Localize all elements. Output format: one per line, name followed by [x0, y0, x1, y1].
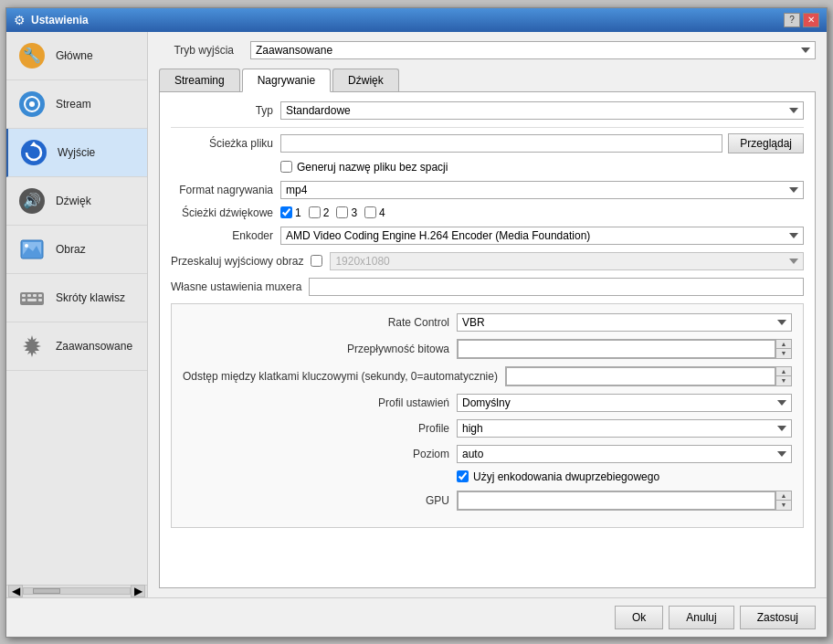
keyframe-control: 0 ▲ ▼ — [505, 366, 792, 386]
bitrate-spinbox: 2500 ▲ ▼ — [457, 339, 792, 359]
bitrate-row: Przepływność bitowa 2500 ▲ ▼ — [183, 339, 792, 359]
sidebar-item-stream[interactable]: Stream — [6, 80, 147, 129]
window-icon: ⚙ — [14, 13, 26, 27]
ok-button[interactable]: Ok — [615, 606, 663, 629]
track-3-checkbox[interactable] — [336, 206, 348, 218]
track-4-label[interactable]: 4 — [364, 206, 385, 219]
cancel-button[interactable]: Anuluj — [669, 606, 733, 629]
sidebar-label-obraz: Obraz — [56, 243, 86, 256]
keyframe-spinbox-buttons: ▲ ▼ — [775, 367, 791, 385]
bitrate-up-button[interactable]: ▲ — [776, 340, 791, 350]
svg-text:🔧: 🔧 — [23, 47, 41, 64]
scroll-right-btn[interactable]: ▶ — [131, 585, 145, 597]
track-1-label[interactable]: 1 — [280, 206, 301, 219]
encoder-settings-box: Rate Control VBR Przepływność bitowa 2 — [171, 303, 804, 528]
scroll-thumb[interactable] — [33, 588, 60, 594]
rescale-group: 1920x1080 — [311, 252, 804, 270]
track-3-label[interactable]: 3 — [336, 206, 357, 219]
track-4-checkbox[interactable] — [364, 206, 376, 218]
tab-streaming[interactable]: Streaming — [159, 69, 240, 91]
sidebar-scrollbar[interactable]: ◀ ▶ — [6, 585, 147, 597]
sidebar-item-skroty[interactable]: Skróty klawisz — [6, 274, 147, 322]
output-mode-select[interactable]: Zaawansowane — [250, 41, 816, 59]
tab-nagrywanie[interactable]: Nagrywanie — [242, 69, 331, 92]
muxer-input[interactable] — [309, 278, 804, 296]
sidebar-item-obraz[interactable]: Obraz — [6, 226, 147, 274]
track-1-checkbox[interactable] — [280, 206, 292, 218]
path-label: Ścieżka pliku — [171, 137, 280, 150]
svg-rect-18 — [38, 294, 42, 297]
bitrate-input[interactable]: 2500 — [458, 340, 775, 358]
rescale-row: Przeskaluj wyjściowy obraz 1920x1080 — [171, 252, 804, 270]
keyframe-input[interactable]: 0 — [506, 367, 775, 385]
window-title: Ustawienia — [31, 14, 89, 26]
path-input[interactable]: H:\Videos — [280, 134, 722, 153]
audio-tracks-row: Ścieżki dźwiękowe 1 2 — [171, 206, 804, 219]
sidebar-item-zaawansowane[interactable]: Zaawansowane — [6, 322, 147, 371]
encoder-select[interactable]: AMD Video Coding Engine H.264 Encoder (M… — [280, 227, 804, 245]
sidebar-item-wyjscie[interactable]: Wyjście — [6, 129, 147, 177]
keyframe-label: Odstęp między klatkami kluczowymi (sekun… — [183, 370, 505, 383]
no-space-checkbox[interactable] — [280, 161, 292, 173]
profile-settings-label: Profil ustawień — [183, 396, 457, 409]
rate-control-label: Rate Control — [183, 316, 457, 329]
stream-icon — [16, 88, 48, 121]
svg-rect-15 — [22, 294, 26, 297]
level-control: auto — [457, 445, 792, 463]
profile-settings-select[interactable]: Domyślny — [457, 394, 792, 412]
sidebar-item-glowne[interactable]: 🔧 Główne — [6, 32, 147, 80]
gpu-label: GPU — [183, 494, 457, 507]
keyboard-icon — [16, 281, 48, 314]
sidebar-label-stream: Stream — [56, 98, 91, 111]
titlebar: ⚙ Ustawienia ? ✕ — [6, 8, 827, 32]
no-space-label[interactable]: Generuj nazwę pliku bez spacji — [280, 161, 804, 174]
apply-button[interactable]: Zastosuj — [740, 606, 816, 629]
svg-rect-17 — [33, 294, 37, 297]
two-pass-control: Użyj enkodowania dwuprzebiegowego — [457, 470, 792, 483]
track-2-label[interactable]: 2 — [309, 206, 330, 219]
track-2-checkbox[interactable] — [309, 206, 321, 218]
type-select[interactable]: Standardowe — [280, 101, 804, 120]
bitrate-down-button[interactable]: ▼ — [776, 349, 791, 358]
gpu-down-button[interactable]: ▼ — [776, 501, 791, 510]
gpu-input[interactable]: 0 — [458, 491, 775, 510]
browse-button[interactable]: Przeglądaj — [728, 133, 804, 153]
keyframe-up-button[interactable]: ▲ — [776, 367, 791, 377]
svg-rect-16 — [27, 294, 31, 297]
audio-tracks-control: 1 2 3 4 — [280, 206, 804, 219]
main-content: Tryb wyjścia Zaawansowane Streaming Nagr… — [148, 32, 827, 597]
format-row: Format nagrywania mp4 — [171, 181, 804, 199]
house-icon: 🔧 — [16, 39, 48, 72]
close-button[interactable]: ✕ — [803, 13, 819, 27]
encoder-row: Enkoder AMD Video Coding Engine H.264 En… — [171, 227, 804, 245]
scroll-track[interactable] — [23, 587, 131, 595]
rate-control-select-wrap: VBR — [457, 313, 792, 332]
two-pass-checkbox[interactable] — [457, 470, 469, 482]
rescale-resolution-select[interactable]: 1920x1080 — [330, 252, 804, 270]
two-pass-label[interactable]: Użyj enkodowania dwuprzebiegowego — [457, 470, 792, 483]
encoder-label: Enkoder — [171, 229, 280, 242]
bitrate-control: 2500 ▲ ▼ — [457, 339, 792, 359]
content-area: 🔧 Główne Stream — [6, 32, 827, 597]
titlebar-left: ⚙ Ustawienia — [14, 13, 89, 27]
path-control: H:\Videos Przeglądaj — [280, 133, 804, 153]
format-select[interactable]: mp4 — [280, 181, 804, 199]
output-mode-label: Tryb wyjścia — [159, 44, 241, 57]
level-select[interactable]: auto — [457, 445, 792, 463]
sidebar-label-dzwiek: Dźwięk — [56, 195, 91, 207]
encoder-control: AMD Video Coding Engine H.264 Encoder (M… — [280, 227, 804, 245]
gpu-control: 0 ▲ ▼ — [457, 491, 792, 511]
profile-select[interactable]: high main baseline — [457, 419, 792, 438]
rescale-checkbox[interactable] — [311, 255, 322, 267]
scroll-left-btn[interactable]: ◀ — [8, 585, 23, 597]
tabs-container: Streaming Nagrywanie Dźwięk — [159, 69, 816, 92]
svg-text:🔊: 🔊 — [23, 192, 41, 209]
tab-dzwiek[interactable]: Dźwięk — [332, 69, 399, 91]
keyframe-down-button[interactable]: ▼ — [776, 376, 791, 385]
help-button[interactable]: ? — [784, 13, 800, 27]
gpu-up-button[interactable]: ▲ — [776, 491, 791, 501]
sidebar-item-dzwiek[interactable]: 🔊 Dźwięk — [6, 177, 147, 226]
gpu-spinbox-buttons: ▲ ▼ — [775, 491, 791, 510]
rate-control-select[interactable]: VBR — [457, 313, 792, 332]
level-row: Poziom auto — [183, 445, 792, 463]
